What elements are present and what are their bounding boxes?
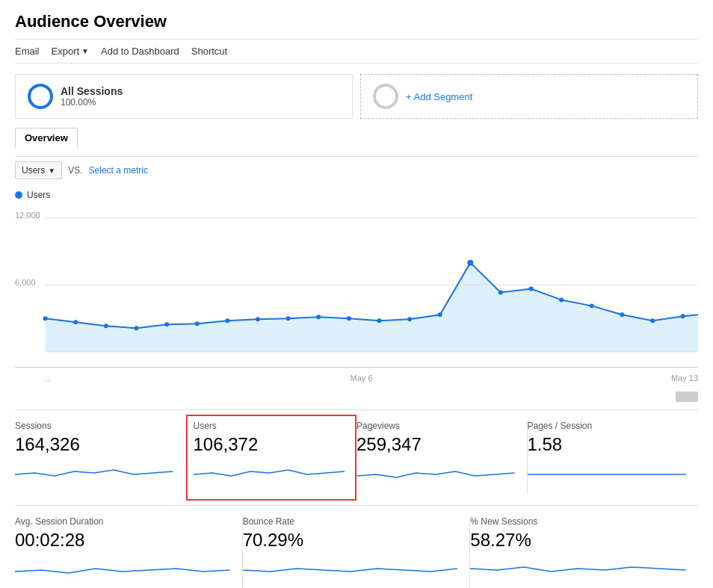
- add-segment-box[interactable]: + Add Segment: [360, 74, 698, 119]
- svg-point-18: [467, 260, 473, 266]
- add-segment-label[interactable]: + Add Segment: [406, 91, 472, 102]
- stat-users-value: 106,372: [194, 434, 345, 455]
- svg-point-14: [347, 316, 351, 321]
- mini-chart-users: [194, 459, 345, 483]
- stat-pageviews: Pageviews 259,347: [356, 421, 528, 495]
- segment-percent: 100.00%: [61, 97, 123, 108]
- add-segment-icon: [373, 84, 398, 109]
- svg-point-5: [73, 320, 78, 324]
- chart-x-labels: ... May 6 May 13: [15, 371, 698, 386]
- svg-point-7: [134, 326, 138, 330]
- stat-new-sessions: % New Sessions 58.27%: [470, 516, 698, 588]
- svg-point-20: [529, 286, 534, 291]
- mini-chart-pageviews: [356, 459, 515, 483]
- svg-point-19: [499, 290, 503, 294]
- stat-avg-duration-value: 00:02:28: [15, 530, 230, 551]
- chart-scrollbar: [15, 392, 698, 402]
- stat-new-sessions-label: % New Sessions: [470, 516, 686, 527]
- legend-row: Users: [15, 190, 698, 200]
- primary-metric-dropdown[interactable]: Users ▼: [15, 161, 62, 179]
- email-button[interactable]: Email: [15, 46, 40, 57]
- toolbar: Email Export ▼ Add to Dashboard Shortcut: [15, 39, 698, 64]
- metric-row: Users ▼ VS. Select a metric: [15, 156, 698, 184]
- stat-avg-duration-label: Avg. Session Duration: [15, 516, 230, 527]
- overview-tab[interactable]: Overview: [15, 128, 78, 149]
- x-label-may6: May 6: [351, 374, 373, 383]
- stat-pageviews-value: 259,347: [356, 434, 515, 455]
- stat-sessions: Sessions 164,326: [15, 421, 186, 495]
- stat-users: Users 106,372: [186, 415, 357, 501]
- stat-avg-session-duration: Avg. Session Duration 00:02:28: [15, 516, 243, 588]
- select-metric-link[interactable]: Select a metric: [89, 165, 148, 176]
- add-to-dashboard-button[interactable]: Add to Dashboard: [101, 46, 179, 57]
- mini-chart-avg-duration: [15, 555, 230, 579]
- svg-point-12: [286, 316, 291, 321]
- svg-point-10: [225, 318, 229, 323]
- svg-point-21: [559, 297, 564, 302]
- svg-point-25: [681, 314, 685, 318]
- scrollbar-handle[interactable]: [676, 392, 698, 402]
- svg-point-11: [256, 317, 260, 321]
- chart-svg: [15, 203, 698, 367]
- x-label-start: ...: [45, 374, 52, 383]
- stats-row-1: Sessions 164,326 Users 106,372 Pageviews…: [15, 409, 698, 495]
- segments-row: All Sessions 100.00% + Add Segment: [15, 74, 698, 119]
- stat-bounce-rate-value: 70.29%: [243, 530, 458, 551]
- mini-chart-pages-session: [528, 459, 687, 483]
- overview-tab-row: Overview: [15, 128, 698, 149]
- legend-label: Users: [27, 190, 50, 200]
- mini-chart-sessions: [15, 459, 173, 483]
- legend-dot: [15, 191, 22, 199]
- stat-new-sessions-value: 58.27%: [470, 530, 686, 551]
- chart-container: 12,000 6,000: [15, 203, 698, 368]
- mini-chart-bounce-rate: [243, 555, 458, 579]
- y-label-mid: 6,000: [15, 278, 36, 287]
- stat-bounce-rate-label: Bounce Rate: [243, 516, 458, 527]
- svg-point-9: [195, 321, 200, 326]
- stats-row-2: Avg. Session Duration 00:02:28 Bounce Ra…: [15, 505, 698, 588]
- metric-dropdown-arrow: ▼: [48, 167, 55, 175]
- stat-sessions-value: 164,326: [15, 434, 173, 455]
- all-sessions-segment: All Sessions 100.00%: [15, 74, 353, 119]
- svg-point-22: [590, 303, 594, 308]
- export-dropdown-arrow: ▼: [81, 47, 89, 55]
- svg-point-8: [164, 322, 169, 327]
- segment-icon: [28, 84, 53, 109]
- svg-marker-3: [46, 263, 698, 352]
- svg-point-17: [438, 312, 442, 317]
- y-label-top: 12,000: [15, 211, 40, 220]
- svg-point-6: [104, 324, 108, 328]
- svg-point-13: [316, 315, 321, 319]
- segment-name: All Sessions: [61, 85, 123, 97]
- stat-sessions-label: Sessions: [15, 421, 173, 431]
- svg-point-23: [620, 312, 624, 317]
- stat-pages-per-session: Pages / Session 1.58: [528, 421, 699, 495]
- stat-pageviews-label: Pageviews: [356, 421, 515, 431]
- stat-users-label: Users: [194, 421, 345, 431]
- stat-pages-per-session-value: 1.58: [528, 434, 687, 455]
- svg-point-15: [377, 318, 381, 323]
- vs-label: VS.: [68, 165, 82, 176]
- stat-bounce-rate: Bounce Rate 70.29%: [243, 516, 471, 588]
- shortcut-button[interactable]: Shortcut: [191, 46, 227, 57]
- mini-chart-new-sessions: [470, 555, 686, 579]
- svg-point-16: [407, 317, 412, 321]
- x-label-may13: May 13: [671, 374, 698, 383]
- stat-pages-per-session-label: Pages / Session: [528, 421, 687, 431]
- svg-point-24: [650, 318, 655, 323]
- export-button[interactable]: Export ▼: [52, 46, 89, 57]
- svg-point-4: [43, 316, 48, 321]
- page-title: Audience Overview: [15, 12, 698, 31]
